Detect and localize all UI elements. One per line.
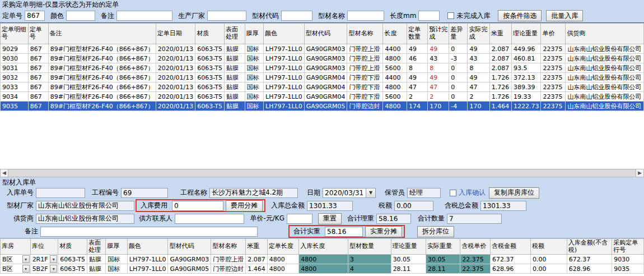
project-name-field[interactable] xyxy=(209,188,298,198)
cell[interactable]: 22375 xyxy=(541,44,566,54)
filter-input[interactable] xyxy=(281,11,312,21)
cell[interactable]: 国标 xyxy=(106,264,128,274)
table-row[interactable]: 902986789#门框型材F26-F40（866+867）2020/01/13… xyxy=(1,44,644,54)
cell[interactable]: 49 xyxy=(428,73,449,82)
cell[interactable]: 4800 xyxy=(267,255,299,264)
cell[interactable]: B区▾ xyxy=(1,264,31,274)
cell[interactable]: 山东南山铝业股份有限公司 xyxy=(566,92,644,102)
cell[interactable]: 2.087 xyxy=(246,255,268,264)
cell[interactable]: 国标 xyxy=(245,82,264,92)
cell[interactable]: 28.11 xyxy=(391,264,426,274)
cell[interactable]: 9029 xyxy=(1,44,29,54)
table-row[interactable]: 903386789#门框型材F26-F40（866+867）2020/01/13… xyxy=(1,82,644,92)
cell[interactable]: GA90GRM04 xyxy=(304,73,347,82)
scrollbar-thumb[interactable] xyxy=(8,169,636,177)
cell[interactable]: 6063-T5 xyxy=(195,92,225,102)
cell[interactable]: 门带腔上滑 xyxy=(347,44,383,54)
cell[interactable]: 3 xyxy=(348,255,391,264)
dropdown-arrow-icon[interactable]: ▾ xyxy=(50,255,57,263)
cell[interactable]: 贴膜 xyxy=(224,54,245,63)
copy-location-button[interactable]: 复制库房库位 xyxy=(489,187,539,199)
dropdown-arrow-icon[interactable]: ▾ xyxy=(22,255,30,263)
cell[interactable]: 6063-T5 xyxy=(195,73,225,82)
cell[interactable]: 49 xyxy=(468,73,489,82)
cell[interactable]: 9033 xyxy=(1,82,29,92)
cell[interactable]: 6063-T5 xyxy=(195,63,225,73)
cell[interactable]: 6063-T5 xyxy=(58,264,87,274)
cell[interactable]: 国标 xyxy=(245,102,264,111)
cell[interactable]: 22.375 xyxy=(460,264,491,274)
cell[interactable]: 贴膜 xyxy=(87,264,106,274)
cell[interactable]: GA90GRM03 xyxy=(304,54,347,63)
cell[interactable]: 93.5 xyxy=(511,63,541,73)
cell[interactable]: 389.39 xyxy=(511,82,541,92)
actual-weight-field[interactable] xyxy=(325,227,363,237)
cell[interactable]: 门带腔边封 xyxy=(211,264,246,274)
cell[interactable]: 867 xyxy=(28,102,48,111)
date-field[interactable] xyxy=(323,188,366,198)
cell[interactable]: 门带腔上滑 xyxy=(211,255,246,264)
split-location-button[interactable]: 拆分库位 xyxy=(417,226,454,237)
cell[interactable]: GA90GRM04 xyxy=(304,82,347,92)
remark-field[interactable] xyxy=(40,227,258,237)
cell[interactable]: 8 xyxy=(468,63,489,73)
cell[interactable]: 1.464 xyxy=(489,102,511,111)
cell[interactable]: GA90GRM03 xyxy=(304,63,347,73)
cell[interactable]: 国标 xyxy=(245,92,264,102)
unfinished-checkbox[interactable] xyxy=(447,12,454,19)
cell[interactable]: 门带腔上滑 xyxy=(347,54,383,63)
cell[interactable]: 6063-T5 xyxy=(195,82,225,92)
cell[interactable]: 1.726 xyxy=(489,92,511,102)
cell[interactable]: 山东南山铝业股份有限公司 xyxy=(566,63,644,73)
cell[interactable]: 49 xyxy=(407,44,428,54)
horizontal-scrollbar[interactable]: ◀ ▶ xyxy=(0,169,644,177)
cell[interactable]: 2020/01/13 xyxy=(156,73,195,82)
cell[interactable]: 672.37 xyxy=(567,255,612,264)
cell[interactable]: 867 xyxy=(28,54,48,63)
cell[interactable]: 30.05 xyxy=(426,255,460,264)
cell[interactable]: 2R1F▾ xyxy=(30,255,58,264)
cell[interactable]: 0 xyxy=(449,44,468,54)
cell[interactable]: 2020/01/13 xyxy=(156,44,195,54)
cell[interactable]: 628.96 xyxy=(491,264,531,274)
cell[interactable]: GA90GRM05 xyxy=(168,264,211,274)
cell[interactable]: 174 xyxy=(407,102,428,111)
cell[interactable]: 5600 xyxy=(383,92,407,102)
cell[interactable]: 6063-T5 xyxy=(195,102,225,111)
cell[interactable]: 22375 xyxy=(541,102,566,111)
cell[interactable]: 43 xyxy=(468,54,489,63)
manufacturer-field[interactable] xyxy=(36,201,134,211)
cell[interactable]: 867 xyxy=(28,63,48,73)
cell[interactable]: LH797-1LL0 xyxy=(264,73,305,82)
cell[interactable]: 4800 xyxy=(383,54,407,63)
cell[interactable]: 9030 xyxy=(612,255,644,264)
weight-share-button[interactable]: 实重分摊 xyxy=(365,226,402,237)
inbound-fee-field[interactable] xyxy=(172,201,223,211)
cell[interactable]: 89#门框型材F26-F40（866+867） xyxy=(48,63,156,73)
cell[interactable]: 贴膜 xyxy=(224,44,245,54)
cell[interactable]: 8 xyxy=(428,63,449,73)
table-row[interactable]: 903086789#门框型材F26-F40（866+867）2020/01/13… xyxy=(1,54,644,63)
cell[interactable]: 6063-T5 xyxy=(58,255,87,264)
cell[interactable]: 2 xyxy=(407,92,428,102)
table-row[interactable]: 903486789#门框型材F26-F40（866+867）2020/01/13… xyxy=(1,92,644,102)
filter-input[interactable] xyxy=(116,11,172,21)
cell[interactable]: 4400 xyxy=(383,44,407,54)
cell[interactable]: GA90GRM03 xyxy=(168,255,211,264)
cell[interactable]: 22375 xyxy=(541,54,566,63)
cell[interactable]: 国标 xyxy=(245,63,264,73)
cell[interactable]: LH797-1LL0 xyxy=(127,264,168,274)
table-row[interactable]: B区▾5B2F▾6063-T5贴膜国标LH797-1LL0GA90GRM05门带… xyxy=(1,264,644,274)
keeper-field[interactable] xyxy=(407,188,441,198)
scroll-left-icon[interactable]: ◀ xyxy=(0,169,8,177)
cell[interactable]: 贴膜 xyxy=(224,73,245,82)
batch-inbound-button[interactable]: 批量入库 xyxy=(546,10,583,21)
cell[interactable]: 国标 xyxy=(245,73,264,82)
cell[interactable]: 9031 xyxy=(1,63,29,73)
cell[interactable]: 1222.73 xyxy=(511,102,541,111)
cell[interactable]: 867 xyxy=(28,92,48,102)
cell[interactable]: 89#门框型材F26-F40（866+867） xyxy=(48,92,156,102)
table-row[interactable]: 903186789#门框型材F26-F40（866+867）2020/01/13… xyxy=(1,63,644,73)
filter-input[interactable] xyxy=(25,11,45,21)
cell[interactable]: 867 xyxy=(28,82,48,92)
